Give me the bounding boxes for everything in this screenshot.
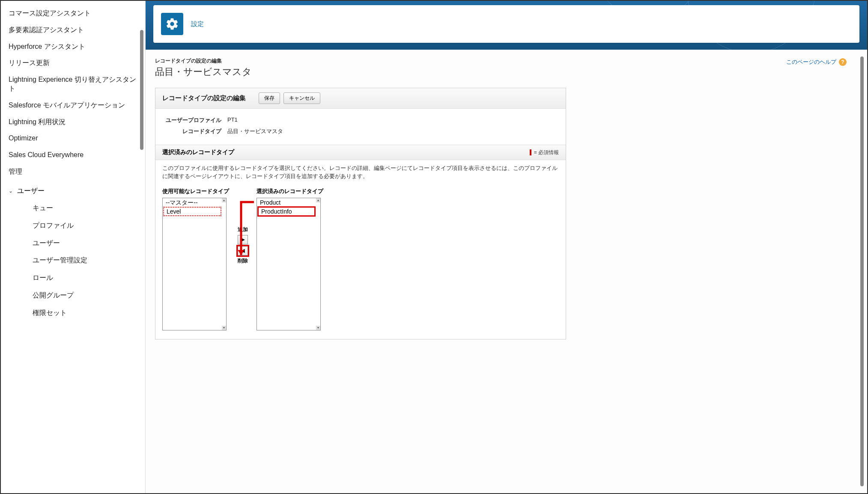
sidebar-item-lightning-usage[interactable]: Lightning 利用状況 [1,114,145,131]
duallist: 使用可能なレコードタイプ ▴ ▾ --マスター-- Level 追加 [155,185,566,339]
available-col: 使用可能なレコードタイプ ▴ ▾ --マスター-- Level [162,187,229,330]
sidebar-group-label: ユーザー [17,187,45,196]
sidebar-item-hyperforce[interactable]: Hyperforce アシスタント [1,39,145,55]
available-label: 使用可能なレコードタイプ [162,187,229,195]
page-overline: レコードタイプの設定の編集 [155,57,566,65]
helptext: このプロファイルに使用するレコードタイプを選択してください。レコードの詳細、編集… [155,160,566,185]
sidebar-item-commerce[interactable]: コマース設定アシスタント [1,5,145,22]
required-note: = 必須情報 [530,149,559,156]
chevron-down-icon: ⌄ [9,188,13,194]
subpanel-header: 選択済みのレコードタイプ = 必須情報 [155,145,566,160]
content-scrollbar[interactable] [860,57,864,486]
required-note-text: = 必須情報 [534,149,559,156]
sidebar-item-mfa[interactable]: 多要素認証アシスタント [1,22,145,39]
sidebar-item-sales-cloud[interactable]: Sales Cloud Everywhere [1,147,145,164]
selected-listbox[interactable]: ▴ ▾ Product ProductInfo [257,198,321,330]
sidebar-item-public-group[interactable]: 公開グループ [25,287,145,304]
add-button[interactable]: ▶ [238,235,248,244]
sidebar-scrollbar[interactable] [140,30,143,150]
recordtype-label: レコードタイプ [163,128,227,135]
scroll-down-icon[interactable]: ▾ [222,326,226,330]
save-button[interactable]: 保存 [259,92,280,104]
header-band: 設定 [146,1,867,50]
header-card: 設定 [153,5,859,43]
help-link-label: このページのヘルプ [786,58,836,66]
panel-header: レコードタイプの設定の編集 保存 キャンセル [155,88,566,109]
subpanel-title: 選択済みのレコードタイプ [162,149,234,156]
selected-option-product[interactable]: Product [257,199,316,206]
available-listbox[interactable]: ▴ ▾ --マスター-- Level [162,198,227,330]
sidebar-item-user[interactable]: ユーザー [25,235,145,252]
help-link[interactable]: このページのヘルプ ? [786,58,847,66]
left-arrow-icon: ◀ [241,248,245,253]
remove-button[interactable]: ◀ [238,246,248,256]
sidebar-section-admin: 管理 [1,164,145,180]
sidebar-group-user: ⌄ ユーザー キュー プロファイル ユーザー ユーザー管理設定 ロール 公開グル… [1,180,145,324]
main: 設定 このページのヘルプ ? レコードタイプの設定の編集 品目・サービスマスタ … [146,1,867,493]
add-label: 追加 [238,226,248,233]
selected-col: 選択済みのレコードタイプ ▴ ▾ Product ProductInfo [257,187,323,330]
scroll-up-icon[interactable]: ▴ [316,198,320,202]
profile-value: PT1 [227,116,238,124]
help-icon: ? [839,58,847,66]
detail-rows: ユーザープロファイル PT1 レコードタイプ 品目・サービスマスタ [155,109,566,145]
content-area: このページのヘルプ ? レコードタイプの設定の編集 品目・サービスマスタ レコー… [146,50,867,493]
scroll-down-icon[interactable]: ▾ [316,326,320,330]
profile-label: ユーザープロファイル [163,116,227,124]
sidebar: コマース設定アシスタント 多要素認証アシスタント Hyperforce アシスタ… [1,1,146,493]
right-arrow-icon: ▶ [241,237,245,242]
recordtype-value: 品目・サービスマスタ [227,128,283,135]
sidebar-item-mobile[interactable]: Salesforce モバイルアプリケーション [1,97,145,114]
sidebar-item-lightning-switch[interactable]: Lightning Experience 切り替えアシスタント [1,71,145,97]
required-bar-icon [530,149,531,155]
gear-icon [161,13,183,35]
available-option-master[interactable]: --マスター-- [163,199,221,207]
cancel-button[interactable]: キャンセル [283,92,320,104]
header-title: 設定 [191,20,204,28]
selected-option-productinfo[interactable]: ProductInfo [257,206,316,217]
scroll-up-icon[interactable]: ▴ [222,198,226,202]
sidebar-item-queue[interactable]: キュー [25,199,145,217]
remove-label: 削除 [238,257,248,265]
panel: レコードタイプの設定の編集 保存 キャンセル ユーザープロファイル PT1 レコ… [155,88,566,339]
move-buttons: 追加 ▶ ◀ 削除 [238,226,248,265]
sidebar-item-release[interactable]: リリース更新 [1,55,145,71]
sidebar-item-permset[interactable]: 権限セット [25,304,145,322]
panel-header-title: レコードタイプの設定の編集 [162,94,246,102]
sidebar-group-header-user[interactable]: ⌄ ユーザー [1,183,145,199]
sidebar-item-user-mgmt[interactable]: ユーザー管理設定 [25,252,145,269]
sidebar-item-profile[interactable]: プロファイル [25,217,145,235]
sidebar-item-role[interactable]: ロール [25,269,145,287]
available-option-level[interactable]: Level [163,207,221,216]
page-title: 品目・サービスマスタ [155,65,566,78]
selected-label: 選択済みのレコードタイプ [257,187,323,195]
sidebar-item-optimizer[interactable]: Optimizer [1,130,145,147]
